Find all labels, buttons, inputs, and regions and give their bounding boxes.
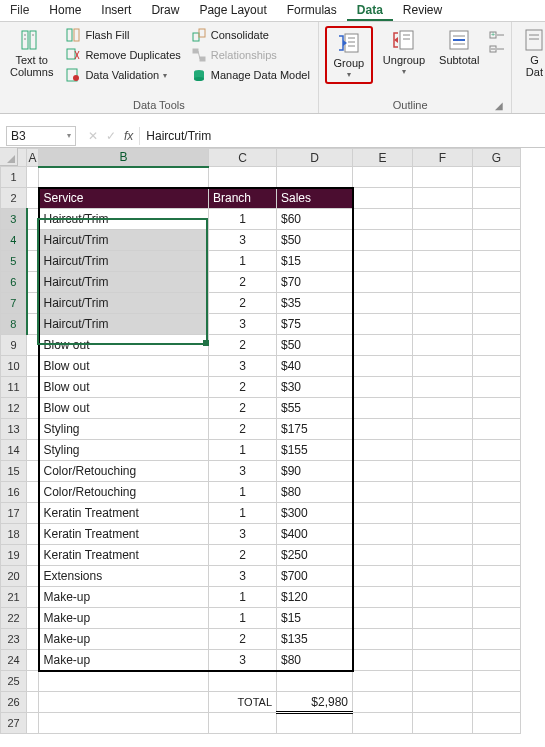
formula-input[interactable]: Haircut/Trim (139, 127, 545, 145)
consolidate-button[interactable]: Consolidate (189, 26, 312, 44)
cell[interactable]: $15 (277, 251, 353, 272)
cell[interactable]: Blow out (39, 356, 209, 377)
row-header[interactable]: 12 (1, 398, 27, 419)
cell[interactable]: $120 (277, 587, 353, 608)
cell[interactable]: $250 (277, 545, 353, 566)
cell[interactable]: Service (39, 188, 209, 209)
row-header[interactable]: 1 (1, 167, 27, 188)
row-header[interactable]: 9 (1, 335, 27, 356)
enter-formula-icon[interactable]: ✓ (106, 129, 116, 143)
cell[interactable]: 3 (209, 461, 277, 482)
tab-page-layout[interactable]: Page Layout (189, 0, 276, 21)
partial-button[interactable]: GDat (518, 26, 545, 80)
remove-duplicates-button[interactable]: Remove Duplicates (63, 46, 182, 64)
insert-function-icon[interactable]: fx (124, 129, 133, 143)
cell[interactable]: $90 (277, 461, 353, 482)
row-header[interactable]: 11 (1, 377, 27, 398)
manage-data-model-button[interactable]: Manage Data Model (189, 66, 312, 84)
cell-total-value[interactable]: $2,980 (277, 692, 353, 713)
cell[interactable]: 3 (209, 566, 277, 587)
tab-data[interactable]: Data (347, 0, 393, 21)
tab-draw[interactable]: Draw (141, 0, 189, 21)
text-to-columns-button[interactable]: Text to Columns (6, 26, 57, 80)
cell[interactable]: $30 (277, 377, 353, 398)
flash-fill-button[interactable]: Flash Fill (63, 26, 182, 44)
cell[interactable]: $60 (277, 209, 353, 230)
data-validation-button[interactable]: Data Validation ▾ (63, 66, 182, 84)
row-header[interactable]: 14 (1, 440, 27, 461)
cell[interactable]: 1 (209, 251, 277, 272)
col-header-A[interactable]: A (27, 149, 39, 167)
row-header[interactable]: 27 (1, 713, 27, 734)
tab-file[interactable]: File (0, 0, 39, 21)
cell[interactable]: Haircut/Trim (39, 251, 209, 272)
cell[interactable]: Color/Retouching (39, 482, 209, 503)
cell[interactable]: Make-up (39, 587, 209, 608)
cell[interactable]: Blow out (39, 398, 209, 419)
row-header[interactable]: 19 (1, 545, 27, 566)
row-header[interactable]: 23 (1, 629, 27, 650)
row-header[interactable]: 16 (1, 482, 27, 503)
cell[interactable]: 2 (209, 398, 277, 419)
cell[interactable]: Branch (209, 188, 277, 209)
cell[interactable]: 1 (209, 209, 277, 230)
row-header[interactable]: 22 (1, 608, 27, 629)
cell[interactable]: Haircut/Trim (39, 209, 209, 230)
ungroup-button[interactable]: Ungroup (379, 26, 429, 78)
row-header[interactable]: 6 (1, 272, 27, 293)
col-header-G[interactable]: G (473, 149, 521, 167)
cell[interactable]: 3 (209, 524, 277, 545)
row-header[interactable]: 7 (1, 293, 27, 314)
cell[interactable]: $75 (277, 314, 353, 335)
col-header-C[interactable]: C (209, 149, 277, 167)
cell[interactable]: Blow out (39, 377, 209, 398)
cell[interactable]: $35 (277, 293, 353, 314)
row-header[interactable]: 5 (1, 251, 27, 272)
row-header[interactable]: 25 (1, 671, 27, 692)
row-header[interactable]: 4 (1, 230, 27, 251)
cell[interactable]: $55 (277, 398, 353, 419)
cell[interactable]: $50 (277, 335, 353, 356)
cell[interactable]: 2 (209, 335, 277, 356)
cell[interactable]: Sales (277, 188, 353, 209)
cell[interactable]: 3 (209, 314, 277, 335)
cell[interactable]: Make-up (39, 629, 209, 650)
row-header[interactable]: 17 (1, 503, 27, 524)
row-header[interactable]: 15 (1, 461, 27, 482)
cancel-formula-icon[interactable]: ✕ (88, 129, 98, 143)
show-detail-icon[interactable]: + (489, 30, 505, 42)
cell[interactable]: Haircut/Trim (39, 314, 209, 335)
cell[interactable]: $80 (277, 650, 353, 671)
cell[interactable]: Haircut/Trim (39, 272, 209, 293)
cell[interactable]: 2 (209, 272, 277, 293)
cell[interactable]: $300 (277, 503, 353, 524)
cell[interactable]: 3 (209, 230, 277, 251)
cell[interactable]: $40 (277, 356, 353, 377)
row-header[interactable]: 10 (1, 356, 27, 377)
row-header[interactable]: 13 (1, 419, 27, 440)
cell[interactable]: $135 (277, 629, 353, 650)
select-all-corner[interactable] (0, 148, 18, 166)
col-header-D[interactable]: D (277, 149, 353, 167)
cell-total-label[interactable]: TOTAL (209, 692, 277, 713)
col-header-E[interactable]: E (353, 149, 413, 167)
cell[interactable]: 2 (209, 545, 277, 566)
cell[interactable]: $400 (277, 524, 353, 545)
cell[interactable]: Styling (39, 419, 209, 440)
col-header-F[interactable]: F (413, 149, 473, 167)
cell[interactable]: 1 (209, 587, 277, 608)
tab-review[interactable]: Review (393, 0, 452, 21)
cell[interactable]: $80 (277, 482, 353, 503)
cell[interactable]: Haircut/Trim (39, 230, 209, 251)
cell[interactable]: 3 (209, 650, 277, 671)
col-header-B[interactable]: B (39, 149, 209, 167)
cell[interactable]: 2 (209, 629, 277, 650)
cell[interactable]: 1 (209, 482, 277, 503)
cell[interactable]: Haircut/Trim (39, 293, 209, 314)
outline-dialog-launcher[interactable]: ◢ (495, 100, 505, 113)
cell[interactable]: $700 (277, 566, 353, 587)
row-header[interactable]: 2 (1, 188, 27, 209)
cell[interactable]: Make-up (39, 608, 209, 629)
subtotal-button[interactable]: Subtotal (435, 26, 483, 68)
name-box[interactable]: B3 (6, 126, 76, 146)
